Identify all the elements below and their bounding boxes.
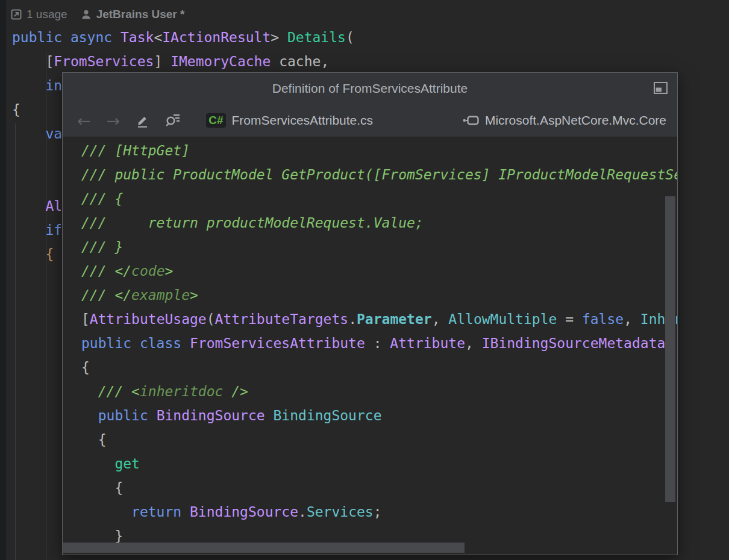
code-token: } <box>81 528 123 544</box>
code-line: public BindingSource BindingSource <box>81 403 677 428</box>
code-token: public async <box>12 30 120 45</box>
user-icon <box>81 9 92 20</box>
code-token: AttributeTargets <box>215 311 349 327</box>
code-token: /// [HttpGet] <box>81 143 190 158</box>
edit-source-button[interactable] <box>136 114 149 128</box>
code-token: > <box>164 263 173 279</box>
code-token: = <box>557 311 582 327</box>
code-line: /// } <box>81 235 677 259</box>
code-token: /// } <box>81 239 123 255</box>
code-line: if <box>12 218 62 242</box>
code-token: cache, <box>271 54 329 69</box>
code-token: BindingSource <box>274 408 382 423</box>
code-token: Al <box>12 198 62 214</box>
code-token: { <box>81 432 107 447</box>
popup-header: Definition of FromServicesAttribute <box>63 73 677 104</box>
code-token: < <box>154 30 162 45</box>
popup-code: /// [HttpGet]/// public ProductModel Get… <box>63 137 677 555</box>
code-token: /// public ProductModel GetProduct([From… <box>81 167 677 182</box>
horizontal-scrollbar-thumb[interactable] <box>63 543 465 553</box>
code-token: BindingSource <box>190 504 298 520</box>
code-token: example <box>131 287 190 303</box>
code-line: [FromServices] IMemoryCache cache, <box>12 49 329 73</box>
code-token: /// </ <box>81 287 131 303</box>
code-line: return BindingSource.Services; <box>81 500 677 524</box>
code-token: { <box>81 480 123 496</box>
code-token: { <box>12 102 20 117</box>
author-label: JetBrains User * <box>96 8 185 21</box>
popup-title: Definition of FromServicesAttribute <box>272 81 468 96</box>
popup-toolbar: ← → C# FromServicesAttribute.cs Microsof… <box>63 104 677 137</box>
find-source-button[interactable] <box>165 113 181 128</box>
code-line: Al <box>12 194 62 218</box>
code-token: ( <box>207 311 215 327</box>
window-icon <box>654 82 668 96</box>
code-token: , <box>465 335 482 351</box>
assembly-name: Microsoft.AspNetCore.Mvc.Core <box>485 113 666 128</box>
code-token: inheritdoc <box>140 384 223 399</box>
pencil-icon <box>136 116 149 130</box>
file-reference: C# FromServicesAttribute.cs <box>206 113 373 128</box>
code-token: /// </ <box>81 263 131 279</box>
author-annotation[interactable]: JetBrains User * <box>81 8 185 21</box>
code-line: /// { <box>81 187 677 211</box>
code-token: get <box>81 456 140 471</box>
csharp-file-icon: C# <box>206 113 225 128</box>
code-line: /// public ProductModel GetProduct([From… <box>81 163 677 187</box>
file-name: FromServicesAttribute.cs <box>232 113 374 128</box>
code-token: /// < <box>81 384 140 399</box>
code-token: IActionResult <box>162 30 271 45</box>
vertical-scrollbar-thumb[interactable] <box>665 196 675 502</box>
code-line: /// [HttpGet] <box>81 138 677 163</box>
code-line: { <box>12 242 54 266</box>
code-token: . <box>298 504 307 520</box>
back-button[interactable]: ← <box>77 113 91 129</box>
code-line: /// return productModelRequest.Value; <box>81 211 677 235</box>
code-token: , <box>624 311 640 327</box>
usage-count-label: 1 usage <box>27 8 67 21</box>
usage-count[interactable]: 1 usage <box>11 8 67 21</box>
magnifier-document-icon <box>165 116 181 130</box>
code-token: code <box>131 263 164 279</box>
code-token: ( <box>346 30 354 45</box>
code-token: : <box>365 335 390 351</box>
code-line: [AttributeUsage(AttributeTargets.Paramet… <box>81 307 677 331</box>
code-token: [ <box>81 311 90 327</box>
code-token: public class <box>81 335 190 351</box>
code-token: { <box>81 359 90 375</box>
code-token: Attribute <box>390 335 465 351</box>
code-line: va <box>12 122 62 146</box>
code-token: in <box>12 78 62 93</box>
code-line: /// </example> <box>81 283 677 307</box>
code-line: { <box>81 476 677 500</box>
code-token: ] <box>154 54 171 69</box>
code-token: Services <box>307 504 374 520</box>
code-token: IMemoryCache <box>171 54 271 69</box>
assembly-reference: Microsoft.AspNetCore.Mvc.Core <box>463 113 666 128</box>
code-token: ; <box>374 504 382 520</box>
code-line: { <box>81 428 677 452</box>
code-token: FromServices <box>54 54 154 69</box>
open-in-window-button[interactable] <box>654 82 668 94</box>
code-line: public class FromServicesAttribute : Att… <box>81 331 677 355</box>
code-token: > <box>190 287 198 303</box>
code-token: if <box>12 222 62 238</box>
code-line: { <box>81 355 677 379</box>
code-token: , <box>432 311 449 327</box>
code-token: Details <box>287 30 346 45</box>
code-token: [ <box>12 54 54 69</box>
forward-button[interactable]: → <box>107 113 120 129</box>
code-token: va <box>12 126 62 142</box>
code-vision-row: 1 usage JetBrains User * <box>11 7 184 22</box>
code-line: public async Task<IActionResult> Details… <box>12 25 354 49</box>
quick-definition-popup: Definition of FromServicesAttribute ← → … <box>62 72 678 555</box>
code-token: Parameter <box>357 311 432 327</box>
code-token: IBindingSourceMetadata <box>482 335 666 351</box>
editor-left-edge <box>0 0 6 560</box>
code-token <box>265 408 274 423</box>
code-token: Task <box>120 30 154 45</box>
code-token: FromServicesAttribute <box>190 335 365 351</box>
code-line: /// </code> <box>81 259 677 283</box>
usages-icon <box>11 9 22 20</box>
code-token: > <box>271 30 287 45</box>
